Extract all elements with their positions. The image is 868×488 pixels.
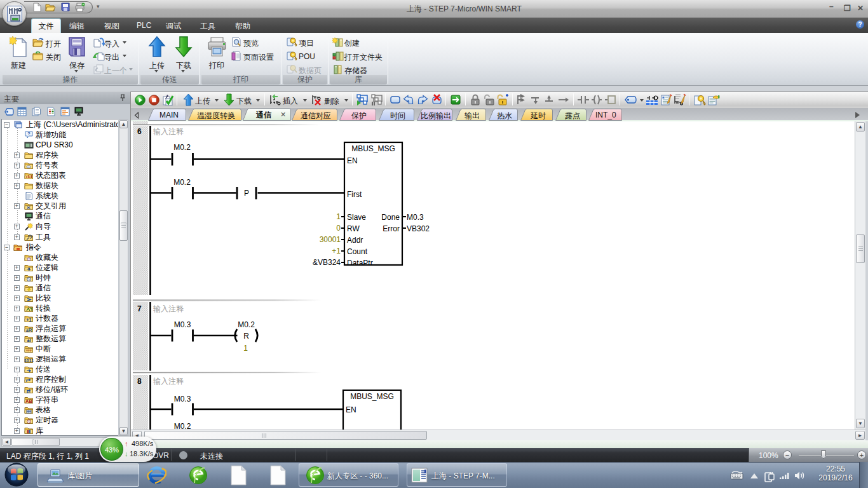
svg-text:0: 0 — [336, 224, 341, 233]
svg-text:M0.2: M0.2 — [174, 422, 191, 430]
svg-text:7: 7 — [137, 304, 142, 313]
svg-text:First: First — [347, 190, 362, 199]
svg-text:P: P — [244, 189, 249, 198]
svg-text:1: 1 — [336, 212, 341, 221]
svg-text:Count: Count — [347, 247, 368, 256]
svg-text:M0.3: M0.3 — [174, 320, 191, 329]
svg-text:+1: +1 — [332, 247, 341, 255]
svg-text:Error: Error — [383, 224, 400, 233]
svg-text:DataPtr: DataPtr — [347, 259, 373, 268]
svg-text:M0.2: M0.2 — [238, 320, 255, 329]
svg-text:输入注释: 输入注释 — [153, 127, 184, 136]
svg-text:M0.3: M0.3 — [174, 395, 191, 403]
svg-text:输入注释: 输入注释 — [153, 377, 184, 386]
svg-text:EN: EN — [346, 405, 356, 414]
svg-text:Done: Done — [381, 213, 400, 222]
svg-text:6: 6 — [137, 127, 142, 136]
svg-text:MBUS_MSG: MBUS_MSG — [351, 144, 395, 153]
svg-text:&VB324: &VB324 — [313, 258, 341, 267]
svg-text:MBUS_MSG: MBUS_MSG — [350, 392, 394, 401]
svg-text:AB: AB — [25, 398, 32, 404]
svg-text:M0.2: M0.2 — [173, 143, 191, 152]
svg-text:±I: ±I — [27, 337, 31, 343]
svg-text:+1: +1 — [26, 317, 32, 323]
svg-text:M0.3: M0.3 — [407, 213, 424, 222]
svg-text:EN: EN — [347, 156, 358, 165]
svg-text:R: R — [243, 332, 249, 341]
svg-text:Addr: Addr — [347, 236, 363, 245]
svg-text:±R: ±R — [26, 327, 32, 333]
svg-text:M0.2: M0.2 — [173, 178, 191, 187]
svg-text:1: 1 — [243, 344, 248, 353]
svg-text:VB302: VB302 — [407, 224, 430, 233]
svg-text:RW: RW — [347, 224, 360, 233]
svg-text:输入注释: 输入注释 — [153, 304, 184, 313]
svg-text:Slave: Slave — [347, 213, 366, 222]
svg-text:1011: 1011 — [24, 358, 34, 363]
svg-text:30001: 30001 — [320, 235, 341, 244]
svg-text:8: 8 — [137, 377, 142, 386]
